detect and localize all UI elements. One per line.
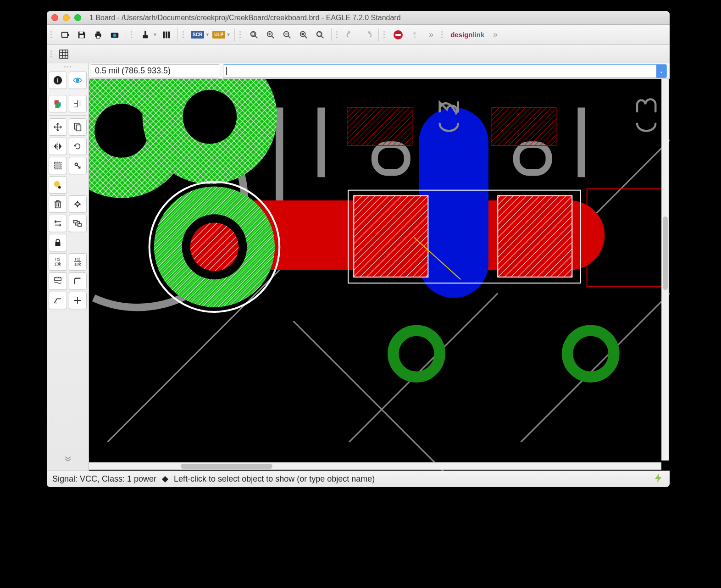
window-controls [51, 14, 81, 21]
toolbar-grip[interactable] [336, 28, 341, 42]
svg-rect-14 [252, 33, 255, 35]
name-tool[interactable]: R210k [49, 253, 67, 271]
svg-point-36 [58, 186, 61, 189]
svg-point-22 [414, 36, 416, 38]
ulp-button[interactable]: ULP [211, 28, 226, 42]
stop-button[interactable] [391, 28, 405, 42]
move-tool[interactable] [49, 118, 67, 136]
replace-tool[interactable] [69, 215, 87, 232]
value-tool[interactable]: R210k [69, 253, 87, 271]
layers-tool[interactable] [49, 95, 67, 112]
info-tool[interactable]: i [49, 72, 67, 89]
window-minimize-button[interactable] [63, 14, 70, 21]
redo-button[interactable] [360, 28, 375, 42]
svg-rect-5 [96, 35, 100, 38]
toolbar-grip[interactable] [383, 28, 388, 42]
change-tool[interactable] [69, 157, 87, 174]
designlink-button[interactable]: designlink [449, 28, 486, 42]
vertical-scrollbar[interactable] [661, 79, 669, 460]
palette-overflow[interactable] [49, 451, 87, 468]
toolbar-separator [234, 28, 235, 41]
toolbar-separator [378, 28, 379, 41]
svg-point-80 [567, 331, 614, 377]
main-area: i [47, 63, 670, 471]
toolbar-overflow-button[interactable]: » [424, 28, 438, 42]
zoom-out-button[interactable] [280, 28, 294, 42]
diamond-icon [162, 476, 168, 482]
svg-point-21 [413, 31, 416, 34]
svg-rect-56 [516, 144, 549, 172]
toolbar-overflow-button-2[interactable]: » [488, 28, 503, 42]
zoom-select-button[interactable] [313, 28, 327, 42]
svg-line-59 [349, 294, 498, 442]
window-zoom-button[interactable] [74, 14, 81, 21]
command-input[interactable]: ⌄ [223, 64, 667, 78]
dropdown-arrow-icon[interactable]: ▼ [153, 32, 157, 37]
svg-point-35 [54, 181, 60, 187]
svg-rect-30 [55, 104, 59, 108]
empty-slot [69, 176, 87, 194]
window-close-button[interactable] [51, 14, 58, 21]
scrollbar-thumb[interactable] [181, 464, 272, 469]
tool-palette: i [47, 63, 89, 471]
mirror-tool[interactable] [49, 138, 67, 155]
board-canvas[interactable] [89, 79, 670, 471]
svg-point-13 [251, 31, 256, 36]
optimize-tool[interactable] [69, 292, 87, 309]
add-tool[interactable] [69, 195, 87, 213]
save-button[interactable] [74, 28, 89, 42]
svg-rect-37 [55, 202, 60, 208]
miter-tool[interactable] [69, 272, 87, 290]
undo-button[interactable] [344, 28, 358, 42]
svg-rect-73 [347, 107, 412, 145]
svg-rect-42 [54, 278, 61, 281]
split-tool[interactable] [49, 292, 67, 309]
ulp-badge: ULP [212, 31, 225, 39]
editor-area: 0.5 mil (786.5 933.5) ⌄ [89, 63, 670, 471]
toolbar-grip[interactable] [50, 47, 55, 61]
library-button[interactable] [159, 28, 174, 42]
command-field[interactable] [227, 67, 664, 75]
status-hint: Left-click to select object to show (or … [174, 474, 375, 484]
open-button[interactable] [58, 28, 72, 42]
zoom-redraw-button[interactable] [296, 28, 311, 42]
pinswap-tool[interactable] [49, 215, 67, 232]
toolbar-grip[interactable] [441, 28, 446, 42]
print-button[interactable] [91, 28, 105, 42]
svg-rect-32 [77, 125, 81, 131]
svg-rect-41 [55, 242, 60, 246]
toolbar-grip[interactable] [239, 28, 244, 42]
zoom-fit-button[interactable] [247, 28, 261, 42]
svg-point-7 [113, 33, 116, 37]
delete-tool[interactable] [49, 195, 67, 213]
main-toolbar: ▼ SCR ▼ ULP ▼ [47, 25, 670, 45]
scr-button[interactable]: SCR [190, 28, 205, 42]
toolbar-grip[interactable] [131, 28, 135, 42]
app-window: 1 Board - /Users/arh/Documents/creekproj… [47, 11, 670, 487]
toolbar-grip[interactable] [183, 28, 187, 42]
mark-tool[interactable] [69, 95, 87, 112]
rotate-tool[interactable] [69, 138, 87, 155]
schematic-board-button[interactable] [138, 28, 153, 42]
lock-tool[interactable] [49, 234, 67, 251]
scrollbar-thumb[interactable] [663, 216, 668, 290]
show-tool[interactable] [69, 72, 87, 89]
command-dropdown-button[interactable]: ⌄ [656, 65, 666, 78]
smash-tool[interactable] [49, 272, 67, 290]
dropdown-arrow-icon[interactable]: ▼ [226, 32, 231, 37]
horizontal-scrollbar[interactable] [89, 462, 661, 470]
zoom-in-button[interactable] [263, 28, 278, 42]
svg-line-58 [294, 321, 484, 471]
toolbar-grip[interactable] [50, 28, 55, 42]
cam-button[interactable] [107, 28, 122, 42]
svg-point-66 [183, 90, 237, 144]
copy-tool[interactable] [69, 118, 87, 136]
go-button[interactable] [407, 28, 422, 42]
toolbar-separator [177, 28, 178, 41]
toolbar-grip[interactable] [50, 66, 86, 70]
paste-tool[interactable] [49, 176, 67, 194]
scr-badge: SCR [191, 31, 204, 39]
group-tool[interactable] [49, 157, 67, 174]
grid-button[interactable] [56, 47, 72, 61]
dropdown-arrow-icon[interactable]: ▼ [205, 32, 210, 37]
